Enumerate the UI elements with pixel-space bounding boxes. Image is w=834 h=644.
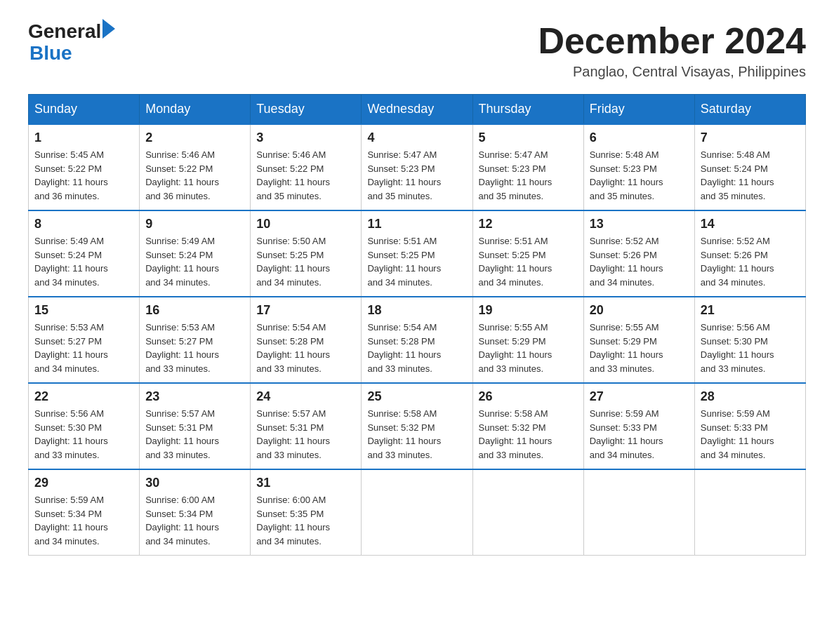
day-info: Sunrise: 6:00 AM Sunset: 5:34 PM Dayligh… [145, 493, 244, 548]
calendar-cell: 4 Sunrise: 5:47 AM Sunset: 5:23 PM Dayli… [362, 124, 472, 210]
calendar-cell: 19 Sunrise: 5:55 AM Sunset: 5:29 PM Dayl… [472, 297, 583, 383]
week-row-2: 8 Sunrise: 5:49 AM Sunset: 5:24 PM Dayli… [29, 210, 806, 297]
day-number: 25 [367, 389, 466, 404]
day-number: 14 [701, 217, 800, 232]
day-number: 1 [34, 130, 133, 145]
day-number: 12 [479, 217, 578, 232]
day-info: Sunrise: 5:46 AM Sunset: 5:22 PM Dayligh… [145, 148, 244, 203]
calendar-cell [362, 469, 472, 556]
calendar-cell: 3 Sunrise: 5:46 AM Sunset: 5:22 PM Dayli… [251, 124, 362, 210]
day-info: Sunrise: 5:48 AM Sunset: 5:24 PM Dayligh… [701, 148, 800, 203]
day-number: 6 [590, 130, 689, 145]
calendar-cell: 20 Sunrise: 5:55 AM Sunset: 5:29 PM Dayl… [583, 297, 694, 383]
day-number: 22 [34, 389, 133, 404]
day-number: 15 [34, 303, 133, 318]
day-info: Sunrise: 5:50 AM Sunset: 5:25 PM Dayligh… [256, 234, 355, 289]
col-header-monday: Monday [140, 95, 251, 125]
day-info: Sunrise: 5:49 AM Sunset: 5:24 PM Dayligh… [34, 234, 133, 289]
col-header-sunday: Sunday [29, 95, 140, 125]
day-info: Sunrise: 5:59 AM Sunset: 5:33 PM Dayligh… [590, 407, 689, 462]
day-info: Sunrise: 5:47 AM Sunset: 5:23 PM Dayligh… [479, 148, 578, 203]
day-number: 17 [256, 303, 355, 318]
calendar-cell [472, 469, 583, 556]
day-number: 9 [145, 217, 244, 232]
calendar-table: SundayMondayTuesdayWednesdayThursdayFrid… [28, 94, 806, 556]
calendar-cell: 31 Sunrise: 6:00 AM Sunset: 5:35 PM Dayl… [251, 469, 362, 556]
day-number: 11 [367, 217, 466, 232]
day-info: Sunrise: 5:52 AM Sunset: 5:26 PM Dayligh… [590, 234, 689, 289]
day-info: Sunrise: 5:59 AM Sunset: 5:34 PM Dayligh… [34, 493, 133, 548]
col-header-saturday: Saturday [694, 95, 805, 125]
day-number: 3 [256, 130, 355, 145]
day-info: Sunrise: 5:51 AM Sunset: 5:25 PM Dayligh… [367, 234, 466, 289]
day-number: 7 [701, 130, 800, 145]
day-info: Sunrise: 5:53 AM Sunset: 5:27 PM Dayligh… [145, 321, 244, 375]
day-number: 26 [479, 389, 578, 404]
day-info: Sunrise: 5:57 AM Sunset: 5:31 PM Dayligh… [256, 407, 355, 462]
day-number: 24 [256, 389, 355, 404]
calendar-cell: 15 Sunrise: 5:53 AM Sunset: 5:27 PM Dayl… [29, 297, 140, 383]
col-header-tuesday: Tuesday [251, 95, 362, 125]
day-number: 31 [256, 476, 355, 490]
day-number: 28 [701, 389, 800, 404]
day-number: 21 [701, 303, 800, 318]
day-number: 23 [145, 389, 244, 404]
day-number: 27 [590, 389, 689, 404]
day-number: 10 [256, 217, 355, 232]
calendar-cell: 10 Sunrise: 5:50 AM Sunset: 5:25 PM Dayl… [251, 210, 362, 297]
month-title: December 2024 [538, 21, 806, 61]
day-info: Sunrise: 5:52 AM Sunset: 5:26 PM Dayligh… [701, 234, 800, 289]
calendar-cell [583, 469, 694, 556]
day-info: Sunrise: 5:54 AM Sunset: 5:28 PM Dayligh… [256, 321, 355, 375]
day-info: Sunrise: 5:57 AM Sunset: 5:31 PM Dayligh… [145, 407, 244, 462]
day-number: 4 [367, 130, 466, 145]
day-number: 5 [479, 130, 578, 145]
calendar-header-row: SundayMondayTuesdayWednesdayThursdayFrid… [29, 95, 806, 125]
calendar-cell: 6 Sunrise: 5:48 AM Sunset: 5:23 PM Dayli… [583, 124, 694, 210]
week-row-3: 15 Sunrise: 5:53 AM Sunset: 5:27 PM Dayl… [29, 297, 806, 383]
day-info: Sunrise: 5:58 AM Sunset: 5:32 PM Dayligh… [479, 407, 578, 462]
day-info: Sunrise: 5:56 AM Sunset: 5:30 PM Dayligh… [34, 407, 133, 462]
day-info: Sunrise: 5:55 AM Sunset: 5:29 PM Dayligh… [479, 321, 578, 375]
calendar-cell: 13 Sunrise: 5:52 AM Sunset: 5:26 PM Dayl… [583, 210, 694, 297]
calendar-cell: 28 Sunrise: 5:59 AM Sunset: 5:33 PM Dayl… [694, 383, 805, 469]
calendar-cell: 23 Sunrise: 5:57 AM Sunset: 5:31 PM Dayl… [140, 383, 251, 469]
week-row-1: 1 Sunrise: 5:45 AM Sunset: 5:22 PM Dayli… [29, 124, 806, 210]
logo: General Blue [28, 21, 115, 65]
title-section: December 2024 Panglao, Central Visayas, … [538, 21, 806, 80]
day-info: Sunrise: 5:47 AM Sunset: 5:23 PM Dayligh… [367, 148, 466, 203]
col-header-friday: Friday [583, 95, 694, 125]
day-number: 2 [145, 130, 244, 145]
calendar-cell: 24 Sunrise: 5:57 AM Sunset: 5:31 PM Dayl… [251, 383, 362, 469]
location-subtitle: Panglao, Central Visayas, Philippines [538, 64, 806, 80]
day-info: Sunrise: 6:00 AM Sunset: 5:35 PM Dayligh… [256, 493, 355, 548]
day-number: 16 [145, 303, 244, 318]
week-row-4: 22 Sunrise: 5:56 AM Sunset: 5:30 PM Dayl… [29, 383, 806, 469]
calendar-cell: 2 Sunrise: 5:46 AM Sunset: 5:22 PM Dayli… [140, 124, 251, 210]
day-info: Sunrise: 5:53 AM Sunset: 5:27 PM Dayligh… [34, 321, 133, 375]
day-info: Sunrise: 5:51 AM Sunset: 5:25 PM Dayligh… [479, 234, 578, 289]
logo-blue-text: Blue [29, 43, 115, 65]
calendar-cell: 14 Sunrise: 5:52 AM Sunset: 5:26 PM Dayl… [694, 210, 805, 297]
day-number: 29 [34, 476, 133, 490]
week-row-5: 29 Sunrise: 5:59 AM Sunset: 5:34 PM Dayl… [29, 469, 806, 556]
day-info: Sunrise: 5:54 AM Sunset: 5:28 PM Dayligh… [367, 321, 466, 375]
day-number: 19 [479, 303, 578, 318]
day-info: Sunrise: 5:49 AM Sunset: 5:24 PM Dayligh… [145, 234, 244, 289]
calendar-cell: 8 Sunrise: 5:49 AM Sunset: 5:24 PM Dayli… [29, 210, 140, 297]
calendar-cell: 26 Sunrise: 5:58 AM Sunset: 5:32 PM Dayl… [472, 383, 583, 469]
day-number: 13 [590, 217, 689, 232]
calendar-cell: 7 Sunrise: 5:48 AM Sunset: 5:24 PM Dayli… [694, 124, 805, 210]
day-number: 18 [367, 303, 466, 318]
calendar-cell: 17 Sunrise: 5:54 AM Sunset: 5:28 PM Dayl… [251, 297, 362, 383]
day-info: Sunrise: 5:59 AM Sunset: 5:33 PM Dayligh… [701, 407, 800, 462]
calendar-cell: 30 Sunrise: 6:00 AM Sunset: 5:34 PM Dayl… [140, 469, 251, 556]
calendar-cell: 5 Sunrise: 5:47 AM Sunset: 5:23 PM Dayli… [472, 124, 583, 210]
calendar-cell: 9 Sunrise: 5:49 AM Sunset: 5:24 PM Dayli… [140, 210, 251, 297]
calendar-cell: 16 Sunrise: 5:53 AM Sunset: 5:27 PM Dayl… [140, 297, 251, 383]
calendar-cell: 11 Sunrise: 5:51 AM Sunset: 5:25 PM Dayl… [362, 210, 472, 297]
calendar-cell: 12 Sunrise: 5:51 AM Sunset: 5:25 PM Dayl… [472, 210, 583, 297]
col-header-thursday: Thursday [472, 95, 583, 125]
logo-arrow-icon [102, 19, 115, 39]
calendar-cell: 29 Sunrise: 5:59 AM Sunset: 5:34 PM Dayl… [29, 469, 140, 556]
